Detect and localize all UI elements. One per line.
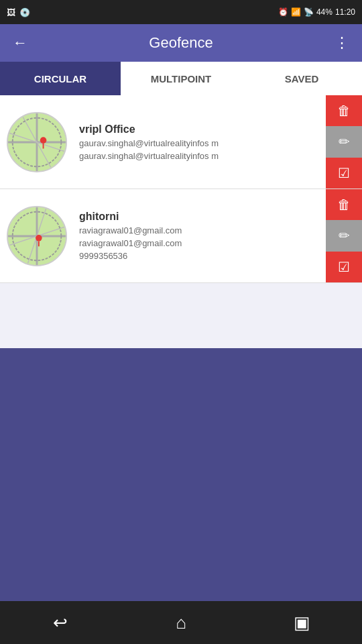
signal-icon: 📡 [304, 7, 314, 17]
item-email2-1: gaurav.singhal@virtualrealityinfos m [79, 151, 320, 161]
tab-saved[interactable]: SAVED [241, 62, 362, 95]
map-thumbnail-2 [7, 206, 67, 266]
map-thumbnail-1 [7, 112, 67, 172]
edit-button-1[interactable]: ✏ [326, 126, 362, 157]
nav-back-button[interactable]: ↩ [40, 612, 80, 633]
svg-point-14 [36, 235, 42, 241]
svg-point-6 [40, 137, 47, 144]
battery-text: 44% [316, 7, 333, 17]
status-right: ⏰ 📶 📡 44% 11:20 [278, 7, 355, 17]
item-email1-2: raviagrawal01@gmail.com [79, 225, 320, 235]
back-button[interactable]: ← [8, 34, 32, 52]
content-area: vripl Office gaurav.singhal@virtualreali… [0, 95, 362, 348]
item-info-2: ghitorni raviagrawal01@gmail.com raviagr… [74, 189, 326, 282]
wifi-icon: 📶 [291, 7, 301, 17]
header: ← Geofence ⋮ [0, 24, 362, 62]
page-title: Geofence [32, 34, 330, 52]
status-left: 🖼 💿 [7, 7, 30, 17]
tab-circular[interactable]: CIRCULAR [0, 62, 121, 95]
tab-multipoint[interactable]: MULTIPOINT [121, 62, 241, 95]
disc-icon: 💿 [19, 7, 30, 17]
item-name-2: ghitorni [79, 211, 320, 223]
check-button-1[interactable]: ☑ [326, 158, 362, 189]
item-email1-1: gaurav.singhal@virtualrealityinfos m [79, 138, 320, 148]
item-actions-1: 🗑 ✏ ☑ [326, 95, 362, 189]
alarm-icon: ⏰ [278, 7, 288, 17]
check-button-2[interactable]: ☑ [326, 252, 362, 282]
nav-recent-button[interactable]: ▣ [282, 612, 322, 633]
delete-button-2[interactable]: 🗑 [326, 189, 362, 220]
bottom-navigation: ↩ ⌂ ▣ [0, 601, 362, 644]
tab-bar: CIRCULAR MULTIPOINT SAVED [0, 62, 362, 95]
item-map-2 [0, 189, 74, 282]
item-name-1: vripl Office [79, 123, 320, 136]
delete-button-1[interactable]: 🗑 [326, 95, 362, 126]
item-actions-2: 🗑 ✏ ☑ [326, 189, 362, 282]
list-item: ghitorni raviagrawal01@gmail.com raviagr… [0, 189, 362, 283]
list-item: vripl Office gaurav.singhal@virtualreali… [0, 95, 362, 189]
nav-home-button[interactable]: ⌂ [161, 612, 201, 633]
item-info-1: vripl Office gaurav.singhal@virtualreali… [74, 95, 326, 189]
item-email2-2: raviagrawal01@gmail.com [79, 238, 320, 248]
item-phone-2: 9999356536 [79, 251, 320, 261]
item-map-1 [0, 95, 74, 189]
edit-button-2[interactable]: ✏ [326, 220, 362, 251]
status-bar: 🖼 💿 ⏰ 📶 📡 44% 11:20 [0, 0, 362, 24]
menu-button[interactable]: ⋮ [330, 34, 354, 52]
gallery-icon: 🖼 [7, 7, 15, 17]
time: 11:20 [335, 7, 355, 17]
background-area [0, 348, 362, 601]
